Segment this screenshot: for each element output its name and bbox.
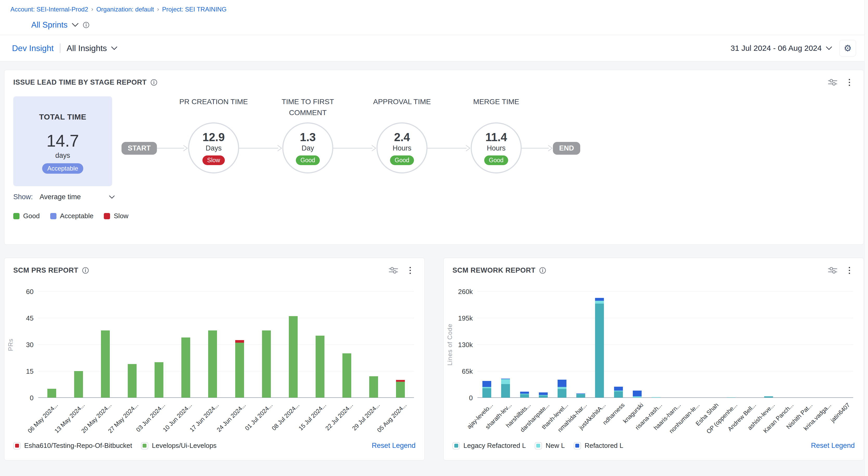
info-icon[interactable]	[539, 267, 546, 274]
gridline	[38, 291, 414, 292]
stage-rating-badge: Good	[390, 155, 414, 165]
flow-arrow-icon	[428, 144, 471, 153]
bar-segment	[501, 379, 510, 384]
bar-segment	[595, 298, 604, 301]
insight-name-link[interactable]: Dev Insight	[12, 43, 54, 53]
bar	[652, 397, 660, 397]
show-label: Show:	[13, 193, 33, 201]
bar	[101, 330, 110, 397]
insights-scope-dropdown[interactable]: All Insights	[67, 43, 117, 53]
bar-segment	[764, 396, 773, 397]
widget-menu-icon[interactable]	[848, 266, 851, 275]
bar-segment	[235, 343, 244, 397]
stage-value: 2.4	[394, 131, 410, 144]
card-title-text: SCM PRS REPORT	[13, 266, 78, 274]
chevron-down-icon	[72, 23, 79, 27]
stage-unit: Day	[302, 144, 314, 152]
flow-end-node: END	[553, 142, 580, 155]
rework-bar-chart: Lines of Code 065k130k195k260kajay-level…	[477, 292, 853, 442]
bar-segment	[101, 330, 110, 397]
stage-value: 12.9	[203, 131, 225, 144]
y-tick-label: 0	[469, 394, 473, 402]
insights-scope-label: All Insights	[67, 43, 107, 53]
chevron-down-icon	[826, 46, 832, 50]
total-time-box: TOTAL TIME 14.7 days Acceptable	[13, 96, 112, 186]
widget-menu-icon[interactable]	[848, 78, 851, 87]
bar	[595, 298, 604, 397]
bar	[727, 397, 736, 398]
legend-label: Slow	[114, 212, 128, 220]
widget-menu-icon[interactable]	[408, 266, 412, 275]
gridline	[38, 345, 414, 345]
breadcrumb-link[interactable]: Project: SEI TRAINING	[162, 6, 227, 13]
info-icon[interactable]	[82, 267, 89, 274]
stage-unit: Days	[206, 144, 222, 152]
widget-filters-icon[interactable]	[828, 79, 837, 87]
sprint-selector-label[interactable]: All Sprints	[31, 20, 68, 30]
bar-segment	[208, 330, 217, 397]
bar-segment	[128, 364, 136, 397]
bar-segment	[633, 396, 642, 397]
stage-value: 11.4	[485, 131, 507, 144]
bar-segment	[520, 392, 529, 394]
bar-segment	[262, 330, 271, 397]
widget-filters-icon[interactable]	[828, 266, 837, 275]
stage-title: MERGE TIME	[455, 96, 538, 107]
show-metric-dropdown[interactable]: Show: Average time	[13, 193, 115, 201]
gridline	[38, 318, 414, 318]
stage-unit: Hours	[393, 144, 411, 152]
bar-segment	[155, 362, 163, 397]
flow-arrow-icon	[522, 144, 553, 153]
bar-segment	[342, 353, 351, 397]
y-tick-label: 260k	[458, 288, 473, 296]
sprint-selector[interactable]: All Sprints	[10, 13, 868, 35]
total-time-label: TOTAL TIME	[13, 113, 112, 121]
widget-filters-icon[interactable]	[389, 266, 398, 275]
bar	[74, 371, 83, 397]
dashboard-content: ISSUE LEAD TIME BY STAGE REPORT TOTAL TI…	[0, 61, 868, 476]
reset-legend-link[interactable]: Reset Legend	[811, 442, 855, 450]
gridline	[477, 291, 853, 292]
flow-arrow-icon	[333, 144, 376, 153]
bar	[208, 330, 217, 397]
bar	[614, 387, 623, 397]
top-bar: Account: SEI-Internal-Prod2›Organization…	[0, 0, 868, 35]
plot-area: 065k130k195k260kajay-levelo...sharath-le…	[477, 292, 853, 398]
date-range-picker[interactable]: 31 Jul 2024 - 06 Aug 2024	[731, 44, 832, 53]
reset-legend-link[interactable]: Reset Legend	[372, 442, 415, 450]
lead-stage: PR CREATION TIME12.9DaysSlow	[188, 96, 239, 173]
breadcrumb-separator: ›	[157, 6, 159, 13]
info-icon[interactable]	[150, 79, 157, 86]
bar	[316, 336, 324, 397]
bar	[235, 340, 244, 397]
card-title-text: SCM REWORK REPORT	[453, 266, 535, 274]
bar-segment	[396, 380, 405, 382]
breadcrumb: Account: SEI-Internal-Prod2›Organization…	[10, 6, 868, 13]
bar-segment	[501, 384, 510, 397]
bar	[262, 330, 271, 397]
bar	[181, 337, 190, 397]
info-icon[interactable]	[83, 22, 90, 28]
stage-title: APPROVAL TIME	[360, 96, 444, 107]
settings-gear-button[interactable]: ⚙	[839, 40, 856, 57]
lead-stage: MERGE TIME11.4HoursGood	[471, 96, 522, 173]
bar-segment	[316, 336, 324, 397]
bar-segment	[181, 337, 190, 397]
bar-segment	[396, 382, 405, 397]
bar	[48, 389, 56, 397]
y-tick-label: 60	[26, 288, 34, 296]
y-tick-label: 45	[26, 314, 34, 322]
stage-title: TIME TO FIRST COMMENT	[266, 96, 349, 118]
x-axis-line	[477, 397, 853, 398]
stage-circle: 1.3DayGood	[282, 122, 333, 173]
breadcrumb-link[interactable]: Organization: default	[96, 6, 154, 13]
breadcrumb-link[interactable]: Account: SEI-Internal-Prod2	[10, 6, 88, 13]
total-time-unit: days	[13, 152, 112, 159]
flow-arrow-icon	[157, 144, 188, 153]
scrollbar[interactable]	[864, 0, 868, 476]
y-tick-label: 30	[26, 341, 34, 349]
card-title-text: ISSUE LEAD TIME BY STAGE REPORT	[13, 79, 147, 86]
flow-arrow-icon	[239, 144, 282, 153]
card-title: SCM REWORK REPORT	[453, 266, 546, 274]
bar-segment	[48, 389, 56, 397]
